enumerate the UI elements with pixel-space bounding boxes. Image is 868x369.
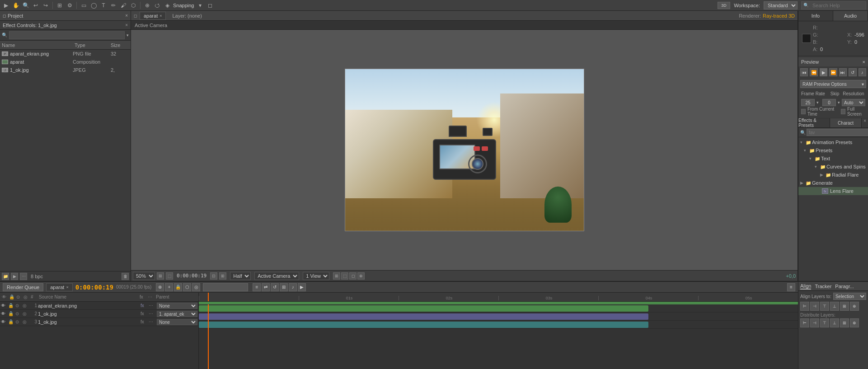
align-bottom-btn[interactable]: ⊕ [850, 302, 859, 311]
audio-tab[interactable]: Audio [833, 11, 868, 21]
tool-hand[interactable]: ✋ [12, 1, 20, 9]
l3-lock-btn[interactable]: 🔒 [8, 319, 14, 324]
prev-audio-btn[interactable]: ♪ [859, 68, 866, 76]
tool-redo[interactable]: ↪ [42, 1, 50, 9]
layer-row-1[interactable]: 👁 🔒 ⊙ ◎ 1 aparat_ekran.png fx ⋯ None [0, 302, 198, 310]
comp-tab-close[interactable]: × [160, 14, 162, 18]
skip-arrow[interactable]: ▾ [838, 100, 840, 105]
project-item-2[interactable]: J 1_ok.jpg JPEG 2, [0, 66, 131, 74]
l1-lock-btn[interactable]: 🔒 [8, 303, 14, 308]
ruler-playhead[interactable] [208, 293, 209, 301]
fit-icon[interactable]: ⊞ [157, 272, 164, 280]
frame-rate-arrow[interactable]: ▾ [816, 100, 819, 105]
paragr-tab[interactable]: Paragr... [835, 284, 854, 289]
tl-render-btn[interactable]: ⊞ [280, 283, 288, 291]
align-left-btn[interactable]: ⊢ [800, 302, 809, 311]
timeline-comp-tab[interactable]: aparat × [46, 283, 72, 291]
l3-more-btn[interactable]: ⋯ [149, 319, 156, 324]
tl-switch-btn[interactable]: ⇄ [262, 283, 270, 291]
tool-pen[interactable]: ✏ [109, 1, 117, 9]
l2-eye-btn[interactable]: 👁 [1, 311, 7, 316]
zoom-select[interactable]: 50% [133, 272, 155, 280]
l2-effects-icon[interactable]: fx [141, 311, 148, 316]
align-center-h-btn[interactable]: ⊣ [810, 302, 819, 311]
l3-effects-icon[interactable]: fx [141, 319, 148, 324]
presets-item[interactable]: ▾ 📁 Presets [798, 146, 868, 154]
new-folder-btn[interactable]: 📁 [2, 273, 9, 280]
tl-video-btn[interactable]: ▶ [298, 283, 306, 291]
tl-refresh-btn[interactable]: ↺ [271, 283, 279, 291]
camera-view-select[interactable]: Active Camera [254, 272, 299, 280]
view-single-btn[interactable]: ⬚ [341, 272, 348, 280]
tool-extra[interactable]: ◻ [206, 1, 214, 9]
tool-zoom[interactable]: 🔍 [22, 1, 30, 9]
track-bar-2[interactable] [199, 313, 648, 320]
dist-top-btn[interactable]: ⊥ [830, 318, 839, 327]
tool-clone[interactable]: ⬡ [129, 1, 137, 9]
align-top-btn[interactable]: ⊥ [830, 302, 839, 311]
l2-solo-btn[interactable]: ⊙ [15, 311, 22, 316]
effect-controls-tab[interactable]: Effect Controls: 1_ok.jpg × [0, 21, 131, 30]
radial-flare-item[interactable]: ▶ 📁 Radial Flare [798, 171, 868, 179]
tl-lock-btn[interactable]: 🔒 [174, 283, 182, 291]
frame-rate-input[interactable] [801, 99, 815, 106]
tl-menu-btn[interactable]: ≡ [787, 283, 795, 291]
tracker-tab[interactable]: Tracker [815, 284, 831, 289]
track-bar-1[interactable] [199, 305, 648, 312]
l1-parent-select[interactable]: None [157, 303, 197, 309]
delete-btn[interactable]: 🗑 [122, 273, 129, 280]
layer-row-3[interactable]: 👁 🔒 ⊙ ◎ 3 1_ok.jpg fx ⋯ None [0, 318, 198, 326]
resolution-select[interactable]: Auto [842, 99, 865, 106]
animation-presets-item[interactable]: ▾ 📁 Animation Presets [798, 138, 868, 146]
prev-step-back-btn[interactable]: ⏪ [810, 68, 817, 76]
align-tab[interactable]: Align [800, 283, 811, 290]
tool-anchor[interactable]: ⊕ [143, 1, 151, 9]
tl-add-btn[interactable]: + [165, 283, 173, 291]
tool-select[interactable]: ▶ [2, 1, 10, 9]
l2-more-btn[interactable]: ⋯ [149, 311, 156, 316]
view-grid-btn[interactable]: ⊞ [333, 272, 340, 280]
view-options-btn[interactable]: ◻ [349, 272, 357, 280]
dist-center-h-btn[interactable]: ⊣ [810, 318, 819, 327]
l3-active-btn[interactable]: ◎ [23, 319, 29, 324]
timeline-search-input[interactable] [203, 283, 248, 291]
l3-eye-btn[interactable]: 👁 [1, 319, 7, 324]
track-bar-3[interactable] [199, 322, 648, 328]
layer-row-2[interactable]: 👁 🔒 ⊙ ◎ 2 1_ok.jpg fx ⋯ 1. aparat_ek [0, 310, 198, 318]
l1-effects-icon[interactable]: fx [141, 303, 148, 308]
preview-close[interactable]: × [863, 59, 865, 65]
tool-text[interactable]: T [99, 1, 108, 9]
tl-motion-btn[interactable]: ◎ [192, 283, 200, 291]
full-screen-checkbox[interactable] [841, 109, 845, 114]
character-tab[interactable]: Charact [830, 118, 862, 127]
safe-zones-btn[interactable]: ⊡ [210, 272, 217, 280]
dist-right-btn[interactable]: ⊤ [820, 318, 829, 327]
ram-preview-btn[interactable]: RAM Preview Options ▾ [800, 80, 866, 88]
align-to-select[interactable]: Selection [833, 293, 866, 300]
new-item-btn[interactable]: ▶ [11, 273, 18, 280]
tool-camera-orbit[interactable]: ⭯ [153, 1, 161, 9]
prev-play-btn[interactable]: ▶ [820, 68, 827, 76]
workspace-select[interactable]: Standard [764, 1, 798, 9]
info-tab[interactable]: Info [798, 11, 833, 21]
tl-audio-btn[interactable]: ♪ [289, 283, 297, 291]
curves-spins-item[interactable]: ▾ 📁 Curves and Spins [798, 163, 868, 171]
l1-more-btn[interactable]: ⋯ [149, 303, 156, 308]
tl-expand-btn[interactable]: ⬡ [183, 283, 191, 291]
prev-to-start-btn[interactable]: ⏮ [800, 68, 808, 76]
view-3d-btn[interactable]: ⊕ [357, 272, 365, 280]
generate-item[interactable]: ▶ 📁 Generate [798, 179, 868, 187]
tool-rect[interactable]: ▭ [80, 1, 88, 9]
tool-snap-options[interactable]: ▾ [196, 1, 204, 9]
text-item[interactable]: ▾ 📁 Text [798, 154, 868, 163]
l2-parent-select[interactable]: 1. aparat_ek [157, 311, 197, 317]
l1-solo-btn[interactable]: ⊙ [15, 303, 22, 308]
tool-settings[interactable]: ⚙ [66, 1, 74, 9]
tl-stagger-btn[interactable]: ≡ [253, 283, 261, 291]
project-panel-close[interactable]: × [125, 13, 128, 18]
l3-solo-btn[interactable]: ⊙ [15, 319, 22, 324]
renderer-value[interactable]: Ray-traced 3D [763, 13, 795, 19]
comp-tab[interactable]: aparat × [140, 12, 166, 20]
timeline-comp-close[interactable]: × [66, 285, 68, 290]
l1-active-btn[interactable]: ◎ [23, 303, 29, 308]
